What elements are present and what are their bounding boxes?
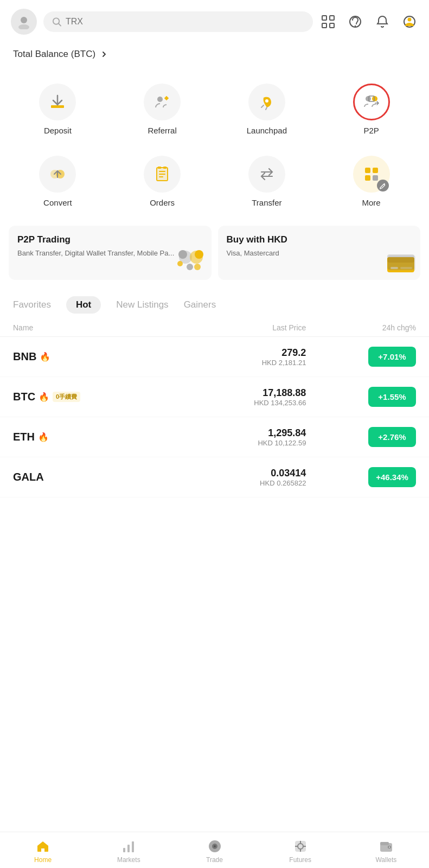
orders-icon-wrap: [144, 156, 181, 193]
more-label: More: [362, 198, 381, 207]
col-name-header: Name: [13, 323, 159, 332]
coin-change-btc: +1.55%: [306, 387, 416, 407]
coin-name-gala: GALA: [13, 471, 159, 483]
balance-title[interactable]: Total Balance (BTC): [13, 49, 416, 60]
p2p-promo-image: [175, 246, 207, 276]
nav-home[interactable]: Home: [0, 832, 86, 868]
header: [0, 0, 429, 43]
coin-change-gala: +46.34%: [306, 467, 416, 487]
svg-rect-27: [163, 167, 167, 169]
svg-point-50: [214, 845, 216, 847]
table-header: Name Last Price 24h chg%: [0, 319, 429, 337]
table-row[interactable]: GALA 0.03414 HKD 0.265822 +46.34%: [0, 457, 429, 497]
referral-icon-wrap: [144, 84, 181, 120]
tab-gainers[interactable]: Gainers: [184, 296, 216, 314]
svg-rect-46: [127, 845, 130, 852]
nav-wallets[interactable]: Wallets: [343, 832, 429, 868]
svg-rect-26: [158, 167, 161, 169]
actions-row-1: Deposit Referral Launchpad: [0, 71, 429, 143]
table-row[interactable]: ETH 🔥 1,295.84 HKD 10,122.59 +2.76%: [0, 417, 429, 457]
p2p-icon-wrap: [353, 84, 390, 120]
svg-point-17: [372, 96, 377, 101]
futures-icon: [293, 839, 308, 854]
table-row[interactable]: BTC 🔥 0手續費 17,188.88 HKD 134,253.66 +1.5…: [0, 377, 429, 417]
coin-price-gala: 0.03414 HKD 0.265822: [159, 468, 306, 487]
promo-section: P2P Trading Bank Transfer, Digital Walle…: [0, 215, 429, 291]
svg-rect-58: [380, 842, 389, 845]
svg-rect-31: [373, 175, 378, 181]
home-icon: [35, 839, 50, 854]
action-convert[interactable]: Convert: [5, 148, 110, 215]
action-orders[interactable]: Orders: [110, 148, 215, 215]
coin-name-eth: ETH 🔥: [13, 431, 159, 443]
nav-trade-label: Trade: [206, 856, 223, 864]
svg-rect-30: [365, 175, 370, 181]
action-deposit[interactable]: Deposit: [5, 76, 110, 143]
tab-hot[interactable]: Hot: [66, 296, 101, 314]
search-bar[interactable]: [43, 11, 313, 32]
nav-markets[interactable]: Markets: [86, 832, 171, 868]
svg-point-15: [265, 99, 268, 103]
balance-section: Total Balance (BTC): [0, 43, 429, 71]
svg-point-37: [194, 264, 201, 270]
svg-rect-47: [132, 841, 134, 852]
coin-price-eth: 1,295.84 HKD 10,122.59: [159, 427, 306, 447]
coin-price-btc: 17,188.88 HKD 134,253.66: [159, 387, 306, 407]
svg-rect-44: [388, 256, 415, 271]
referral-label: Referral: [148, 126, 176, 135]
nav-markets-label: Markets: [117, 856, 140, 864]
fire-icon: 🔥: [40, 352, 50, 362]
transfer-icon-wrap: [248, 156, 285, 193]
hkd-sub: Visa, Mastercard: [227, 248, 412, 258]
col-price-header: Last Price: [159, 323, 306, 332]
table-row[interactable]: BNB 🔥 279.2 HKD 2,181.21 +7.01%: [0, 337, 429, 377]
trade-icon: [207, 839, 222, 854]
actions-row-2: Convert Orders Transfer: [0, 143, 429, 215]
promo-p2p[interactable]: P2P Trading Bank Transfer, Digital Walle…: [9, 226, 212, 280]
svg-point-1: [18, 24, 29, 29]
coin-name-bnb: BNB 🔥: [13, 350, 159, 363]
svg-rect-45: [123, 848, 125, 852]
action-referral[interactable]: Referral: [110, 76, 215, 143]
hkd-promo-image: [386, 252, 416, 276]
svg-point-2: [53, 18, 59, 24]
svg-point-11: [408, 18, 412, 22]
action-p2p[interactable]: P2P: [319, 76, 424, 143]
promo-hkd[interactable]: Buy with HKD Visa, Mastercard: [218, 226, 421, 280]
svg-rect-7: [330, 23, 334, 28]
action-launchpad[interactable]: Launchpad: [215, 76, 319, 143]
svg-point-0: [21, 17, 27, 23]
nav-trade[interactable]: Trade: [171, 832, 257, 868]
p2p-label: P2P: [363, 126, 379, 135]
p2p-trading-title: P2P Trading: [17, 234, 203, 245]
tab-new-listings[interactable]: New Listings: [116, 296, 168, 314]
col-change-header: 24h chg%: [306, 323, 416, 332]
deposit-icon-wrap: [39, 84, 76, 120]
nav-wallets-label: Wallets: [375, 856, 396, 864]
more-edit-badge: [377, 180, 389, 192]
action-more[interactable]: More: [319, 148, 424, 215]
fire-icon: 🔥: [39, 392, 49, 402]
bell-icon[interactable]: [374, 13, 391, 30]
chevron-right-icon: [100, 50, 108, 59]
tab-favorites[interactable]: Favorites: [13, 296, 51, 314]
more-icon-wrap: [353, 156, 390, 193]
svg-rect-6: [322, 23, 326, 28]
nav-futures[interactable]: Futures: [258, 832, 343, 868]
coin-table: BNB 🔥 279.2 HKD 2,181.21 +7.01% BTC 🔥 0手…: [0, 337, 429, 497]
scan-icon[interactable]: [319, 13, 337, 30]
svg-point-60: [389, 846, 390, 847]
avatar[interactable]: [11, 9, 37, 35]
action-transfer[interactable]: Transfer: [215, 148, 319, 215]
svg-rect-5: [330, 16, 334, 20]
support-icon[interactable]: [347, 13, 364, 30]
svg-rect-29: [373, 168, 378, 173]
svg-line-3: [59, 24, 61, 26]
profile-icon[interactable]: [401, 13, 418, 30]
search-icon: [52, 17, 61, 27]
svg-rect-28: [365, 168, 370, 173]
fire-icon: 🔥: [38, 432, 49, 442]
convert-icon-wrap: [39, 156, 76, 193]
search-input[interactable]: [66, 17, 304, 27]
svg-point-35: [195, 250, 203, 259]
